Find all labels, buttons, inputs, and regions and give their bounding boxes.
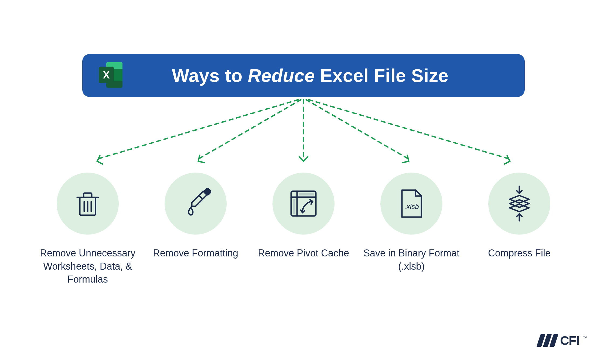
title-banner: X Ways to Reduce Excel File Size bbox=[82, 54, 525, 97]
file-ext-text: .xlsb bbox=[404, 202, 419, 211]
bubble bbox=[272, 173, 335, 235]
title-text: Ways to Reduce Excel File Size bbox=[127, 65, 494, 86]
branching-arrows bbox=[0, 97, 607, 170]
item-label: Remove Formatting bbox=[153, 247, 238, 260]
dropper-icon bbox=[179, 187, 212, 220]
xlsb-file-icon: .xlsb bbox=[397, 187, 426, 220]
item-compress-file: Compress File bbox=[471, 173, 568, 286]
item-label: Remove Unnecessary Worksheets, Data, & F… bbox=[39, 247, 136, 286]
compress-icon bbox=[503, 185, 536, 222]
diagram-canvas: X Ways to Reduce Excel File Size bbox=[0, 0, 607, 364]
svg-rect-14 bbox=[84, 193, 92, 197]
svg-line-10 bbox=[306, 100, 409, 159]
pivot-icon bbox=[287, 187, 320, 220]
trademark-icon: ™ bbox=[583, 335, 587, 340]
svg-line-19 bbox=[199, 195, 203, 199]
item-save-binary: .xlsb Save in Binary Format (.xlsb) bbox=[363, 173, 460, 286]
item-label: Compress File bbox=[488, 247, 551, 260]
item-remove-pivot-cache: Remove Pivot Cache bbox=[255, 173, 352, 286]
svg-rect-18 bbox=[204, 188, 211, 195]
cfi-logo-bars-icon bbox=[538, 334, 556, 347]
svg-rect-23 bbox=[299, 193, 314, 195]
trash-icon bbox=[73, 189, 103, 218]
item-remove-worksheets: Remove Unnecessary Worksheets, Data, & F… bbox=[39, 173, 136, 286]
cfi-logo-text: CFI bbox=[560, 333, 579, 348]
item-label: Save in Binary Format (.xlsb) bbox=[363, 247, 460, 273]
svg-rect-24 bbox=[293, 199, 295, 214]
bubble bbox=[165, 173, 227, 235]
items-row: Remove Unnecessary Worksheets, Data, & F… bbox=[39, 173, 568, 286]
bubble bbox=[488, 173, 550, 235]
item-remove-formatting: Remove Formatting bbox=[147, 173, 244, 286]
title-em: Reduce bbox=[248, 65, 315, 86]
svg-line-8 bbox=[198, 100, 301, 159]
bubble: .xlsb bbox=[380, 173, 442, 235]
excel-icon: X bbox=[97, 60, 127, 91]
svg-line-11 bbox=[309, 100, 510, 159]
title-pre: Ways to bbox=[172, 65, 248, 86]
title-post: Excel File Size bbox=[315, 65, 449, 86]
cfi-logo: CFI ™ bbox=[538, 333, 587, 348]
svg-text:X: X bbox=[103, 69, 110, 81]
svg-line-7 bbox=[97, 100, 298, 159]
bubble bbox=[57, 173, 119, 235]
item-label: Remove Pivot Cache bbox=[258, 247, 349, 260]
